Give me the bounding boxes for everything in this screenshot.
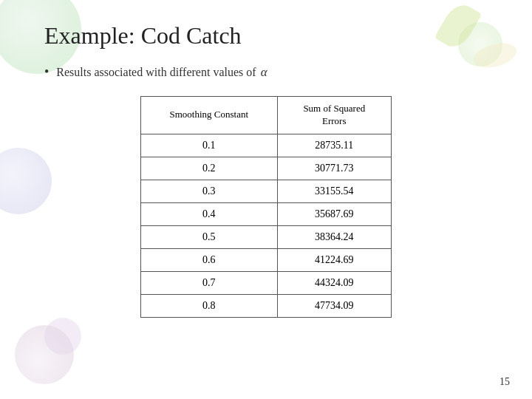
col2-header-line2: Errors	[322, 115, 347, 126]
cell-sum-squared-errors: 47734.09	[277, 294, 391, 317]
table-row: 0.538364.24	[141, 225, 392, 248]
cell-sum-squared-errors: 44324.09	[277, 271, 391, 294]
bullet-point: •	[44, 64, 49, 80]
results-table: Smoothing Constant Sum of Squared Errors…	[140, 96, 392, 318]
cell-smoothing-constant: 0.4	[141, 202, 278, 225]
cell-sum-squared-errors: 28735.11	[277, 134, 391, 157]
page-title: Example: Cod Catch	[44, 22, 488, 50]
page-number: 15	[499, 376, 510, 388]
cell-sum-squared-errors: 30771.73	[277, 157, 391, 180]
table-row: 0.333155.54	[141, 180, 392, 202]
table-body: 0.128735.110.230771.730.333155.540.43568…	[141, 134, 392, 317]
col2-header-line1: Sum of Squared	[303, 103, 365, 114]
subtitle-text: Results associated with different values…	[56, 66, 256, 79]
cell-smoothing-constant: 0.7	[141, 271, 278, 294]
cell-smoothing-constant: 0.8	[141, 294, 278, 317]
table-row: 0.744324.09	[141, 271, 392, 294]
table-header-row: Smoothing Constant Sum of Squared Errors	[141, 97, 392, 134]
col-sum-squared-errors-header: Sum of Squared Errors	[277, 97, 391, 134]
table-container: Smoothing Constant Sum of Squared Errors…	[44, 96, 488, 318]
table-row: 0.128735.11	[141, 134, 392, 157]
table-row: 0.641224.69	[141, 248, 392, 271]
alpha-symbol: α	[261, 65, 267, 80]
subtitle: • Results associated with different valu…	[44, 64, 488, 80]
cell-sum-squared-errors: 41224.69	[277, 248, 391, 271]
table-row: 0.847734.09	[141, 294, 392, 317]
cell-smoothing-constant: 0.3	[141, 180, 278, 202]
cell-smoothing-constant: 0.6	[141, 248, 278, 271]
cell-sum-squared-errors: 35687.69	[277, 202, 391, 225]
cell-sum-squared-errors: 33155.54	[277, 180, 391, 202]
cell-smoothing-constant: 0.2	[141, 157, 278, 180]
table-row: 0.230771.73	[141, 157, 392, 180]
cell-smoothing-constant: 0.1	[141, 134, 278, 157]
cell-sum-squared-errors: 38364.24	[277, 225, 391, 248]
col-smoothing-constant-header: Smoothing Constant	[141, 97, 278, 134]
cell-smoothing-constant: 0.5	[141, 225, 278, 248]
table-row: 0.435687.69	[141, 202, 392, 225]
